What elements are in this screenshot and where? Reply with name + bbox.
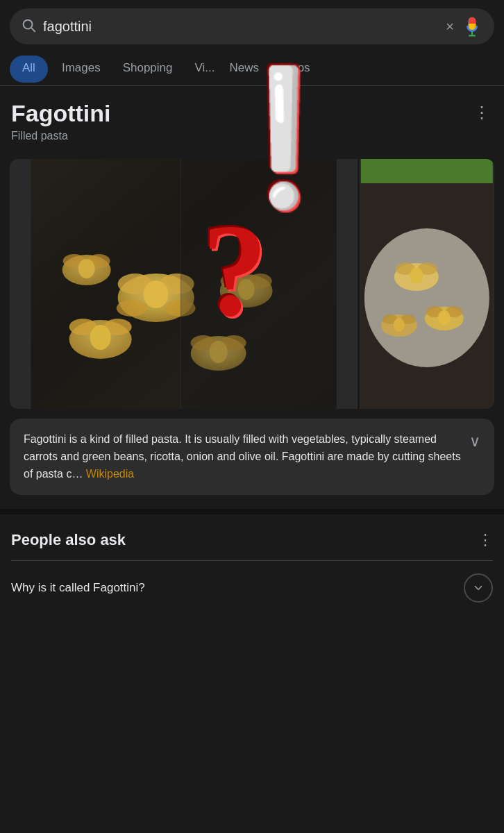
svg-point-38 — [438, 310, 451, 326]
paa-expand-button[interactable] — [464, 573, 493, 603]
knowledge-panel-title: Fagottini — [11, 100, 111, 127]
knowledge-panel-subtitle: Filled pasta — [11, 130, 493, 142]
search-clear-button[interactable]: × — [446, 19, 454, 35]
paa-more-options-button[interactable]: ⋮ — [478, 531, 493, 549]
svg-rect-29 — [361, 159, 493, 183]
svg-point-30 — [364, 228, 489, 367]
search-tabs: All Images Shopping Vi... News Maps — [0, 53, 504, 86]
voice-search-icon[interactable] — [461, 15, 483, 37]
people-also-ask-section: People also ask ⋮ Why is it called Fagot… — [0, 514, 504, 622]
knowledge-panel: Fagottini ⋮ Filled pasta — [0, 86, 504, 149]
tab-images[interactable]: Images — [51, 54, 112, 84]
paa-header: People also ask ⋮ — [11, 531, 493, 549]
svg-line-1 — [31, 28, 35, 31]
tab-videos[interactable]: Vi... — [184, 54, 219, 84]
search-bar[interactable]: fagottini × — [10, 8, 494, 44]
search-icon — [21, 17, 36, 36]
paa-title: People also ask — [11, 531, 126, 549]
wikipedia-link[interactable]: Wikipedia — [86, 468, 134, 480]
svg-point-34 — [410, 267, 423, 284]
search-query-text[interactable]: fagottini — [43, 19, 439, 35]
description-box: Fagottini is a kind of filled pasta. It … — [10, 419, 494, 495]
side-pasta-image[interactable] — [360, 159, 494, 409]
svg-rect-27 — [181, 159, 337, 409]
main-pasta-image[interactable] — [10, 159, 358, 409]
svg-point-7 — [117, 300, 147, 317]
svg-point-21 — [78, 259, 95, 278]
svg-rect-26 — [180, 159, 181, 409]
tab-all[interactable]: All — [10, 56, 48, 83]
tab-news[interactable]: News — [219, 54, 271, 84]
svg-point-9 — [144, 280, 169, 308]
description-expand-button[interactable]: ∨ — [469, 432, 480, 451]
section-divider — [0, 509, 504, 514]
paa-question-text: Why is it called Fagottini? — [11, 581, 464, 595]
svg-point-42 — [394, 318, 405, 332]
knowledge-images[interactable] — [10, 159, 494, 409]
more-options-button[interactable]: ⋮ — [471, 100, 493, 125]
svg-point-13 — [90, 325, 111, 350]
description-text: Fagottini is a kind of filled pasta. It … — [24, 431, 462, 482]
tab-shopping[interactable]: Shopping — [112, 54, 184, 84]
tab-maps[interactable]: Maps — [270, 54, 321, 84]
paa-question-item[interactable]: Why is it called Fagottini? — [11, 560, 493, 615]
